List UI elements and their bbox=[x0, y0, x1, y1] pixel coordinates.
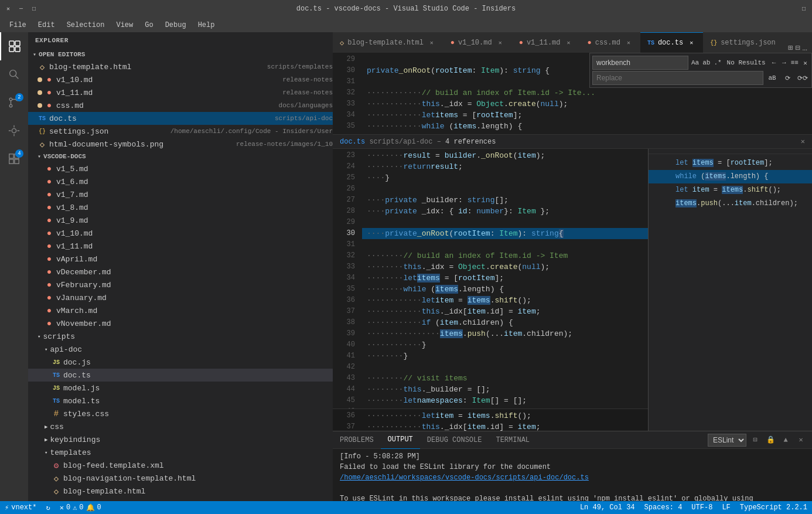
more-tabs-button[interactable]: … bbox=[803, 43, 807, 53]
open-editor-settings-json[interactable]: {} settings.json /home/aeschli/.config/C… bbox=[28, 125, 333, 138]
split-editor-button[interactable]: ⊞ bbox=[788, 43, 793, 53]
file-vdecember[interactable]: ● vDecember.md bbox=[28, 265, 333, 278]
file-vapril[interactable]: ● vApril.md bbox=[28, 253, 333, 265]
folder-templates[interactable]: ▾ templates bbox=[28, 446, 333, 459]
panel-message-link[interactable]: /home/aeschli/workspaces/vscode-docs/scr… bbox=[340, 472, 805, 483]
file-v1-10[interactable]: ● v1_10.md bbox=[28, 227, 333, 240]
preserve-case-button[interactable]: aB bbox=[766, 72, 779, 84]
find-search-input[interactable] bbox=[592, 56, 688, 70]
tab-doc-ts[interactable]: TS doc.ts ✕ bbox=[640, 32, 703, 53]
file-styles-css[interactable]: # styles.css bbox=[28, 407, 333, 420]
file-blog-template[interactable]: ◇ blog-template.html bbox=[28, 485, 333, 498]
file-doc-ts-tree[interactable]: TS doc.ts bbox=[28, 369, 333, 382]
status-spaces[interactable]: Spaces: 4 bbox=[640, 501, 687, 514]
whole-word-button[interactable]: ab bbox=[702, 56, 711, 69]
menu-debug[interactable]: Debug bbox=[161, 20, 191, 30]
select-all-button[interactable]: ≡≡ bbox=[790, 56, 799, 69]
close-find-button[interactable]: ✕ bbox=[801, 56, 809, 69]
file-v1-7[interactable]: ● v1_7.md bbox=[28, 188, 333, 201]
tab-close-button[interactable]: ✕ bbox=[687, 38, 696, 47]
status-cursor[interactable]: Ln 49, Col 34 bbox=[575, 501, 640, 514]
file-vfebruary[interactable]: ● vFebruary.md bbox=[28, 278, 333, 291]
prev-match-button[interactable]: ← bbox=[770, 56, 778, 69]
open-editors-section[interactable]: ▾ Open Editors bbox=[28, 49, 333, 60]
activity-search[interactable] bbox=[0, 60, 28, 88]
activity-extensions[interactable]: 4 bbox=[0, 145, 28, 173]
open-editor-css-md[interactable]: ● css.md docs/languages bbox=[28, 99, 333, 112]
tab-output[interactable]: OUTPUT bbox=[381, 431, 420, 449]
file-model-ts[interactable]: TS model.ts bbox=[28, 394, 333, 407]
file-vnovember[interactable]: ● vNovember.md bbox=[28, 317, 333, 330]
file-v1-9[interactable]: ● v1_9.md bbox=[28, 214, 333, 227]
tab-problems[interactable]: PROBLEMS bbox=[333, 431, 381, 449]
tab-close-button[interactable]: ✕ bbox=[624, 38, 633, 47]
close-panel-button[interactable]: ✕ bbox=[794, 434, 807, 447]
activity-source-control[interactable]: 2 bbox=[0, 88, 28, 117]
menu-file[interactable]: File bbox=[5, 20, 31, 30]
next-match-button[interactable]: → bbox=[780, 56, 788, 69]
vscode-docs-section[interactable]: ▾ VSCODE-DOCS bbox=[28, 151, 333, 162]
file-v1-5[interactable]: ● v1_5.md bbox=[28, 162, 333, 175]
menu-selection[interactable]: Selection bbox=[62, 20, 110, 30]
folder-api-doc[interactable]: ▾ api-doc bbox=[28, 343, 333, 356]
tab-v1-10[interactable]: ● v1_10.md ✕ bbox=[443, 32, 512, 53]
file-blog-nav[interactable]: ◇ blog-navigation-template.html bbox=[28, 472, 333, 485]
file-name: vMarch.md bbox=[56, 307, 333, 315]
file-vjanuary[interactable]: ● vJanuary.md bbox=[28, 291, 333, 304]
tab-close-button[interactable]: ✕ bbox=[564, 38, 573, 47]
clear-output-button[interactable]: ⊟ bbox=[749, 434, 762, 447]
open-editor-blog-template[interactable]: ◇ blog-template.html scripts/templates bbox=[28, 60, 333, 73]
close-references-button[interactable]: ✕ bbox=[801, 137, 805, 146]
open-editor-doc-ts[interactable]: TS doc.ts scripts/api-doc bbox=[28, 112, 333, 125]
replace-input[interactable] bbox=[592, 71, 763, 85]
file-v1-8[interactable]: ● v1_8.md bbox=[28, 201, 333, 214]
close-window-button[interactable]: ✕ bbox=[2, 3, 14, 15]
tab-terminal[interactable]: TERMINAL bbox=[489, 431, 537, 449]
status-branch[interactable]: ⚡ vnext* bbox=[0, 501, 41, 514]
menu-view[interactable]: View bbox=[111, 20, 138, 30]
tab-close-button[interactable]: ✕ bbox=[427, 38, 436, 47]
folder-css[interactable]: ▶ css bbox=[28, 420, 333, 433]
menu-go[interactable]: Go bbox=[140, 20, 158, 30]
file-name: v1_5.md bbox=[56, 165, 333, 173]
open-editor-v1-10[interactable]: ● v1_10.md release-notes bbox=[28, 73, 333, 86]
code-text-main[interactable]: ········result = builder._onRoot(item); … bbox=[362, 149, 648, 409]
status-language[interactable]: TypeScript 2.2.1 bbox=[735, 501, 812, 514]
menu-edit[interactable]: Edit bbox=[33, 20, 60, 30]
activity-debug[interactable] bbox=[0, 117, 28, 145]
lock-output-button[interactable]: 🔒 bbox=[764, 434, 777, 447]
replace-one-button[interactable]: ⟳ bbox=[781, 72, 794, 84]
status-eol[interactable]: LF bbox=[717, 501, 735, 514]
replace-all-button[interactable]: ⟳⟳ bbox=[796, 72, 809, 84]
folder-scripts[interactable]: ▾ scripts bbox=[28, 330, 333, 343]
status-sync[interactable]: ↻ bbox=[41, 501, 54, 514]
file-model-js[interactable]: JS model.js bbox=[28, 382, 333, 394]
regex-button[interactable]: .* bbox=[713, 56, 722, 69]
tab-css-md[interactable]: ● css.md ✕ bbox=[580, 32, 640, 53]
tab-v1-11[interactable]: ● v1_11.md ✕ bbox=[512, 32, 581, 53]
tab-blog-template[interactable]: ◇ blog-template.html ✕ bbox=[333, 32, 443, 53]
file-vmarch[interactable]: ● vMarch.md bbox=[28, 304, 333, 317]
maximize-panel-button[interactable]: ▲ bbox=[779, 434, 792, 447]
maximize-window-button[interactable]: □ bbox=[28, 3, 40, 15]
editor-layout-button[interactable]: ⊟ bbox=[795, 43, 800, 53]
status-errors[interactable]: ✕ 0 ⚠ 0 🔔 0 bbox=[55, 501, 106, 514]
tab-settings-json[interactable]: {} settings.json bbox=[703, 32, 783, 53]
code-editor-container: 29 30 31 32 33 34 35 private _onRoot(roo… bbox=[333, 53, 812, 431]
tab-close-button[interactable]: ✕ bbox=[496, 38, 505, 47]
restore-window-button[interactable]: □ bbox=[798, 3, 810, 15]
folder-keybindings[interactable]: ▶ keybindings bbox=[28, 433, 333, 446]
file-v1-6[interactable]: ● v1_6.md bbox=[28, 175, 333, 188]
activity-explorer[interactable] bbox=[0, 32, 28, 60]
output-source-select[interactable]: ESLint bbox=[708, 434, 746, 447]
file-doc-js[interactable]: JS doc.js bbox=[28, 356, 333, 369]
match-case-button[interactable]: Aa bbox=[691, 56, 700, 69]
file-blog-feed[interactable]: ⚙ blog-feed.template.xml bbox=[28, 459, 333, 472]
file-v1-11[interactable]: ● v1_11.md bbox=[28, 240, 333, 253]
tab-debug-console[interactable]: DEBUG CONSOLE bbox=[420, 431, 489, 449]
open-editor-v1-11[interactable]: ● v1_11.md release-notes bbox=[28, 86, 333, 99]
open-editor-html-png[interactable]: ◇ html-document-symbols.png release-note… bbox=[28, 138, 333, 151]
menu-help[interactable]: Help bbox=[193, 20, 220, 30]
status-encoding[interactable]: UTF-8 bbox=[687, 501, 717, 514]
minimize-window-button[interactable]: ─ bbox=[15, 3, 27, 15]
